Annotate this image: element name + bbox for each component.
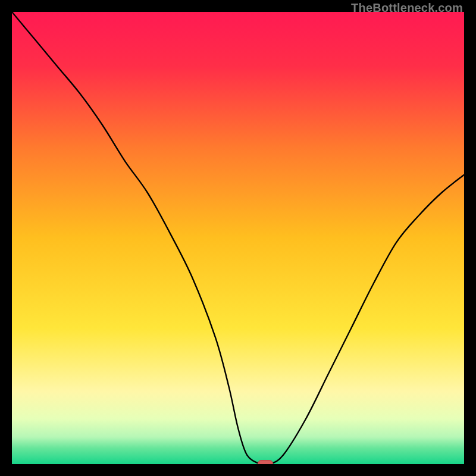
attribution-label: TheBottleneck.com (351, 1, 463, 15)
chart-frame: TheBottleneck.com (0, 0, 476, 476)
optimal-point-marker (258, 460, 273, 464)
plot-area (12, 12, 464, 464)
bottleneck-curve (12, 12, 464, 464)
